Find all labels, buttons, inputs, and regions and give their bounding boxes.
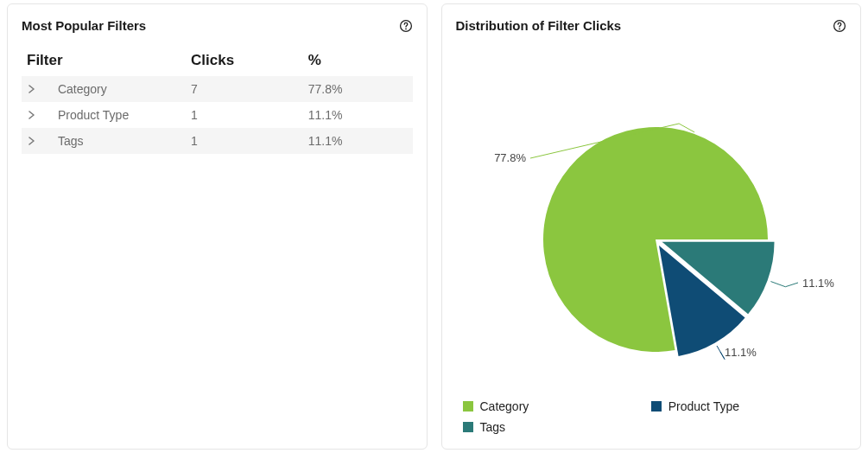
table-body: Category 7 77.8% Product Type 1 11.1% Ta…: [22, 76, 413, 154]
svg-point-3: [839, 28, 840, 29]
legend-swatch: [463, 422, 473, 432]
legend-swatch: [463, 401, 473, 412]
chevron-right-icon: [29, 85, 35, 93]
table-head: Filter Clicks %: [22, 48, 413, 76]
col-header-clicks[interactable]: Clicks: [186, 48, 303, 76]
card-header: Distribution of Filter Clicks: [456, 18, 847, 33]
cell-filter: Category: [53, 76, 186, 102]
chevron-right-icon: [29, 111, 35, 119]
cell-pct: 11.1%: [303, 102, 413, 128]
expand-toggle[interactable]: [22, 128, 53, 154]
pie-wrap: 77.8% 11.1% 11.1% Category Product Type …: [456, 48, 847, 434]
legend-item[interactable]: Product Type: [651, 399, 829, 413]
pie-chart: 77.8% 11.1% 11.1%: [461, 75, 841, 369]
legend-item[interactable]: Tags: [463, 420, 641, 434]
filters-table: Filter Clicks % Category 7 77.8% Product…: [22, 48, 413, 154]
table-row[interactable]: Tags 1 11.1%: [22, 128, 413, 154]
legend-swatch: [651, 401, 662, 412]
expand-toggle[interactable]: [22, 102, 53, 128]
pie-area: 77.8% 11.1% 11.1%: [456, 48, 847, 396]
slice-label-product-type: 11.1%: [725, 346, 757, 359]
legend-label: Category: [480, 399, 529, 413]
col-header-pct[interactable]: %: [303, 48, 413, 76]
col-header-filter[interactable]: Filter: [22, 48, 186, 76]
legend-label: Product Type: [668, 399, 739, 413]
help-icon[interactable]: [399, 19, 413, 33]
cell-clicks: 1: [186, 128, 303, 154]
legend-item[interactable]: Category: [463, 399, 641, 413]
help-icon[interactable]: [833, 19, 846, 33]
cell-clicks: 7: [186, 76, 303, 102]
cell-clicks: 1: [186, 102, 303, 128]
expand-toggle[interactable]: [22, 76, 53, 102]
table-row[interactable]: Category 7 77.8%: [22, 76, 413, 102]
card-header: Most Popular Filters: [22, 18, 413, 33]
cell-pct: 77.8%: [303, 76, 413, 102]
cell-filter: Product Type: [53, 102, 186, 128]
pie-legend: Category Product Type Tags: [456, 396, 847, 434]
leader-line: [717, 346, 725, 360]
chevron-right-icon: [29, 137, 35, 145]
card-title: Most Popular Filters: [22, 18, 146, 33]
cell-filter: Tags: [53, 128, 186, 154]
legend-label: Tags: [480, 420, 506, 434]
leader-line: [770, 282, 798, 287]
svg-point-1: [405, 28, 407, 29]
card-title: Distribution of Filter Clicks: [456, 18, 622, 33]
cell-pct: 11.1%: [303, 128, 413, 154]
slice-label-category: 77.8%: [494, 151, 526, 164]
most-popular-filters-card: Most Popular Filters Filter Clicks % Cat…: [7, 3, 428, 450]
distribution-pie-card: Distribution of Filter Clicks 77.8% 11.1…: [441, 3, 862, 450]
slice-label-tags: 11.1%: [802, 277, 834, 290]
table-row[interactable]: Product Type 1 11.1%: [22, 102, 413, 128]
